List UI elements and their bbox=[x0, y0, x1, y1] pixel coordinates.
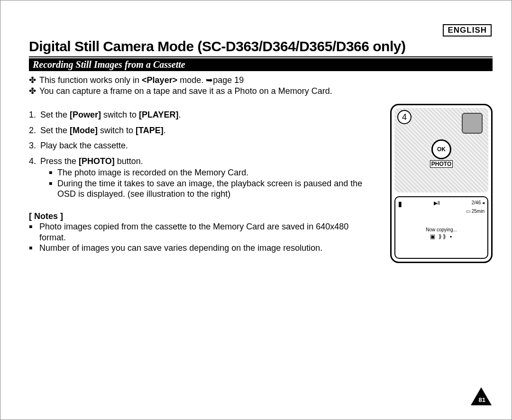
osd-transfer-icons: ▣ ⟫⟫ ▪ bbox=[398, 233, 485, 240]
note-item: ■ Number of images you can save varies d… bbox=[29, 243, 376, 254]
step-item: 1. Set the [Power] switch to [PLAYER]. bbox=[29, 110, 376, 120]
intro-block: ✤ This function works only in <Player> m… bbox=[29, 75, 493, 96]
square-bullet-icon: ■ bbox=[29, 243, 39, 253]
step-text: Set the [Mode] switch to [TAPE]. bbox=[40, 125, 166, 136]
step-number: 3. bbox=[29, 140, 40, 151]
photo-button-callout: OK PHOTO bbox=[425, 139, 458, 168]
play-pause-icon: ▶ll bbox=[434, 200, 440, 208]
note-text: Number of images you can save varies dep… bbox=[39, 243, 322, 254]
osd-status-text: Now copying... bbox=[398, 227, 485, 232]
page-number: 81 bbox=[479, 396, 485, 403]
section-heading: Recording Still Images from a Cassette bbox=[29, 58, 493, 71]
notes-block: [ Notes ] ■ Photo images copied from the… bbox=[29, 211, 376, 254]
cassette-icon: ▭ bbox=[466, 209, 470, 214]
osd-top-row: ▮ ▶ll 2/46 ◂ bbox=[398, 200, 485, 208]
ok-button-icon: OK bbox=[431, 139, 451, 159]
osd-counter: 2/46 ◂ bbox=[472, 200, 485, 208]
step-item: 3. Play back the cassette. bbox=[29, 140, 376, 151]
sub-item: ■ The photo image is recorded on the Mem… bbox=[49, 167, 376, 178]
step-text: Set the [Power] switch to [PLAYER]. bbox=[40, 110, 181, 120]
intro-item: ✤ This function works only in <Player> m… bbox=[29, 75, 493, 86]
intro-text: This function works only in <Player> mod… bbox=[39, 75, 244, 86]
sub-text: During the time it takes to save an imag… bbox=[57, 178, 376, 200]
osd-time: 25min bbox=[472, 209, 485, 214]
notes-heading: [ Notes ] bbox=[29, 211, 376, 222]
steps-list: 1. Set the [Power] switch to [PLAYER]. 2… bbox=[29, 110, 376, 200]
step-reference-circle: 4 bbox=[397, 110, 411, 124]
language-badge: ENGLISH bbox=[443, 24, 492, 37]
step-number: 2. bbox=[29, 125, 40, 136]
page-title: Digital Still Camera Mode (SC-D363/D364/… bbox=[29, 38, 493, 55]
photo-label: PHOTO bbox=[430, 160, 453, 168]
step4-sublist: ■ The photo image is recorded on the Mem… bbox=[49, 167, 376, 200]
step-item: 2. Set the [Mode] switch to [TAPE]. bbox=[29, 125, 376, 136]
sub-item: ■ During the time it takes to save an im… bbox=[49, 178, 376, 200]
title-divider bbox=[29, 56, 493, 57]
square-bullet-icon: ■ bbox=[29, 221, 39, 232]
maltese-icon: ✤ bbox=[29, 86, 39, 97]
maltese-icon: ✤ bbox=[29, 75, 39, 86]
step-text: Press the [PHOTO] button. bbox=[40, 156, 143, 167]
osd-screen: ▮ ▶ll 2/46 ◂ ▭ 25min Now copying... ▣ ⟫⟫… bbox=[394, 196, 488, 259]
step-item: 4. Press the [PHOTO] button. bbox=[29, 156, 376, 167]
intro-item: ✤ You can capture a frame on a tape and … bbox=[29, 86, 493, 97]
illustration-column: 4 OK PHOTO ▮ ▶ll 2/46 ◂ ▭ 25min bbox=[386, 96, 493, 263]
note-text: Photo images copied from the cassette to… bbox=[39, 221, 376, 243]
sub-text: The photo image is recorded on the Memor… bbox=[57, 167, 248, 178]
manual-page: ENGLISH Digital Still Camera Mode (SC-D3… bbox=[0, 0, 512, 420]
step-text: Play back the cassette. bbox=[40, 140, 128, 151]
step-number: 4. bbox=[29, 156, 40, 167]
step-number: 1. bbox=[29, 110, 40, 120]
intro-text: You can capture a frame on a tape and sa… bbox=[39, 86, 332, 97]
osd-time-row: ▭ 25min bbox=[398, 209, 485, 214]
square-bullet-icon: ■ bbox=[49, 167, 57, 178]
square-bullet-icon: ■ bbox=[49, 178, 57, 189]
camera-illustration: 4 OK PHOTO ▮ ▶ll 2/46 ◂ ▭ 25min bbox=[390, 104, 493, 263]
card-icon: ▮ bbox=[398, 200, 402, 208]
note-item: ■ Photo images copied from the cassette … bbox=[29, 221, 376, 243]
